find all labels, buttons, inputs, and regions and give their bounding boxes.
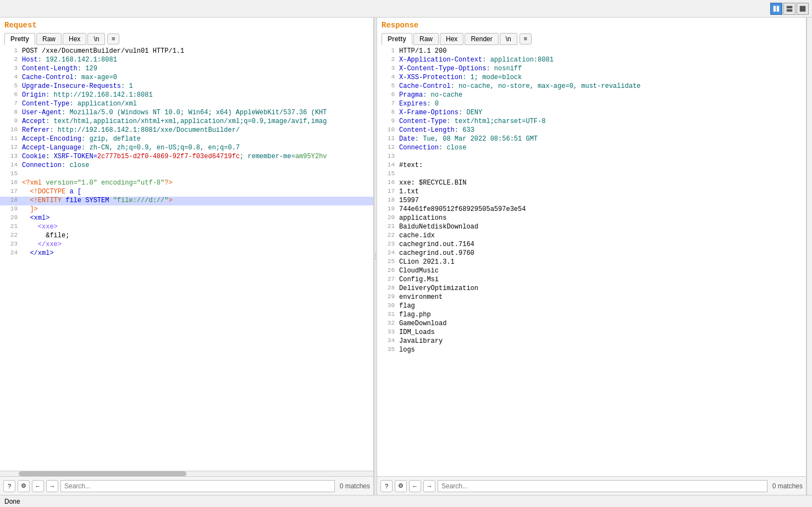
response-tab-bar: Pretty Raw Hex Render \n ≡	[377, 32, 806, 45]
request-title: Request	[0, 18, 373, 32]
line-content: POST /xxe/DocumentBuilder/vuln01 HTTP/1.…	[22, 47, 371, 55]
tab-hex-response[interactable]: Hex	[440, 33, 463, 45]
request-prev-button[interactable]: ←	[32, 480, 44, 492]
request-next-button[interactable]: →	[46, 480, 58, 492]
line-number: 14	[379, 161, 395, 168]
line-content: X-Application-Context: application:8081	[399, 56, 804, 64]
line-number: 9	[2, 118, 18, 124]
line-number: 21	[379, 223, 395, 230]
tab-newline-response[interactable]: \n	[500, 33, 517, 45]
right-scrollbar[interactable]	[807, 18, 812, 495]
line-content: JavaLibrary	[399, 337, 804, 345]
table-row: 31flag.php	[377, 311, 806, 320]
table-row: 18 <!ENTITY file SYSTEM "file:///d://">	[0, 197, 373, 205]
response-code-area[interactable]: 1HTTP/1.1 2002X-Application-Context: app…	[377, 45, 806, 476]
response-next-button[interactable]: →	[423, 480, 435, 492]
request-h-scrollbar[interactable]	[0, 471, 373, 476]
tab-hex-request[interactable]: Hex	[63, 33, 86, 45]
request-match-count: 0 matches	[337, 482, 370, 490]
status-bar: Done	[0, 495, 812, 507]
line-number: 30	[379, 302, 395, 309]
line-number: 2	[379, 56, 395, 63]
line-content: cachegrind.out.7164	[399, 241, 804, 248]
table-row: 21 <xxe>	[0, 223, 373, 232]
request-help-button[interactable]: ?	[3, 480, 15, 492]
line-number: 14	[2, 161, 18, 168]
line-content: IDM_Loads	[399, 328, 804, 336]
table-row: 23cachegrind.out.7164	[377, 241, 806, 249]
svg-rect-4	[800, 6, 805, 12]
line-number: 20	[379, 214, 395, 221]
table-row: 34JavaLibrary	[377, 337, 806, 346]
status-text: Done	[4, 498, 20, 505]
table-row: 13Cookie: XSRF-TOKEN=2c777b15-d2f0-4869-…	[0, 153, 373, 161]
line-number: 22	[379, 232, 395, 238]
line-content: Cache-Control: no-cache, no-store, max-a…	[399, 82, 804, 90]
table-row: 2X-Application-Context: application:8081	[377, 56, 806, 65]
line-number: 28	[379, 285, 395, 291]
line-number: 16	[2, 179, 18, 186]
table-row: 21BaiduNetdiskDownload	[377, 223, 806, 232]
line-number: 2	[2, 56, 18, 63]
line-content: BaiduNetdiskDownload	[399, 223, 804, 231]
split-horizontal-button[interactable]	[770, 3, 782, 15]
split-vertical-button[interactable]	[783, 3, 796, 15]
line-number: 25	[379, 258, 395, 265]
tab-raw-response[interactable]: Raw	[413, 33, 439, 45]
line-number: 20	[2, 214, 18, 221]
table-row: 171.txt	[377, 188, 806, 197]
tab-pretty-response[interactable]: Pretty	[382, 33, 412, 45]
table-row: 26CloudMusic	[377, 267, 806, 276]
line-content: </xxe>	[22, 241, 371, 248]
table-row: 6Pragma: no-cache	[377, 91, 806, 100]
table-row: 6Origin: http://192.168.142.1:8081	[0, 91, 373, 100]
table-row: 14Connection: close	[0, 161, 373, 170]
table-row: 3X-Content-Type-Options: nosniff	[377, 65, 806, 74]
request-tab-bar: Pretty Raw Hex \n ≡	[0, 32, 373, 45]
line-content: <xml>	[22, 214, 371, 222]
line-number: 23	[2, 241, 18, 247]
unsplit-button[interactable]	[797, 3, 809, 15]
line-content: &file;	[22, 232, 371, 239]
response-help-button[interactable]: ?	[380, 480, 393, 492]
line-number: 15	[379, 170, 395, 177]
line-number: 12	[2, 144, 18, 151]
table-row: 13	[377, 153, 806, 161]
line-content: </xml>	[22, 249, 371, 257]
request-search-bar: ? ⚙ ← → 0 matches	[0, 476, 373, 495]
request-tab-menu[interactable]: ≡	[107, 34, 119, 44]
table-row: 24 </xml>	[0, 249, 373, 258]
request-code-container: 1POST /xxe/DocumentBuilder/vuln01 HTTP/1…	[0, 45, 373, 476]
line-number: 24	[2, 249, 18, 256]
tab-pretty-request[interactable]: Pretty	[4, 33, 35, 45]
line-number: 26	[379, 267, 395, 274]
table-row: 11Date: Tue, 08 Mar 2022 08:56:51 GMT	[377, 135, 806, 144]
line-number: 34	[379, 337, 395, 344]
line-content: Referer: http://192.168.142.1:8081/xxe/D…	[22, 126, 371, 134]
table-row: 19744e61fe890512f68929505a597e3e54	[377, 205, 806, 214]
prev-icon: ←	[35, 483, 41, 489]
request-search-input[interactable]	[60, 480, 335, 492]
response-code-container: 1HTTP/1.1 2002X-Application-Context: app…	[377, 45, 806, 476]
response-prev-button[interactable]: ←	[409, 480, 421, 492]
line-content: applications	[399, 214, 804, 222]
tab-render-response[interactable]: Render	[465, 33, 498, 45]
line-number: 22	[2, 232, 18, 238]
line-content: cachegrind.out.9760	[399, 249, 804, 257]
line-number: 11	[379, 135, 395, 142]
line-content: <!ENTITY file SYSTEM "file:///d://">	[22, 197, 371, 204]
table-row: 9Content-Type: text/html;charset=UTF-8	[377, 118, 806, 126]
line-content: X-Frame-Options: DENY	[399, 109, 804, 116]
line-content: Accept-Encoding: gzip, deflate	[22, 135, 371, 143]
request-code-area[interactable]: 1POST /xxe/DocumentBuilder/vuln01 HTTP/1…	[0, 45, 373, 471]
line-content: Expires: 0	[399, 100, 804, 108]
tab-newline-request[interactable]: \n	[87, 33, 105, 45]
line-number: 18	[379, 197, 395, 203]
response-settings-button[interactable]: ⚙	[395, 480, 407, 492]
response-search-input[interactable]	[438, 480, 767, 492]
tab-raw-request[interactable]: Raw	[36, 33, 62, 45]
line-number: 32	[379, 320, 395, 326]
line-content: Pragma: no-cache	[399, 91, 804, 99]
request-settings-button[interactable]: ⚙	[18, 480, 30, 492]
response-tab-menu[interactable]: ≡	[520, 34, 532, 44]
